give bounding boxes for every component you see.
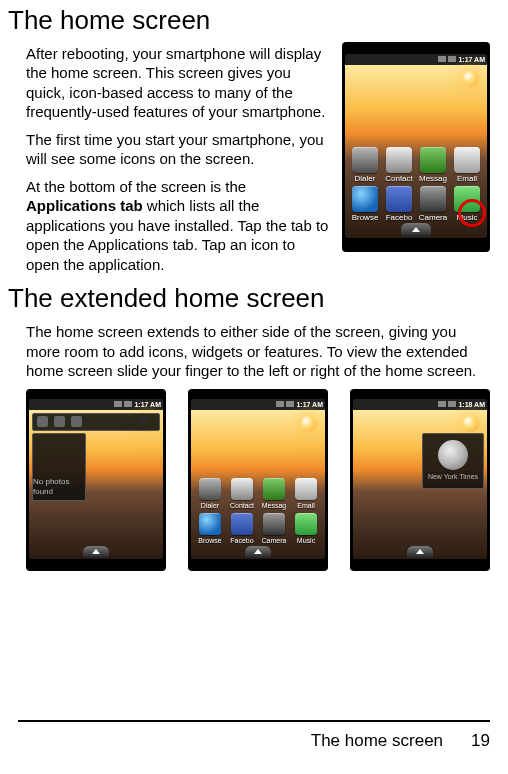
widget-button-icon [37,416,48,427]
footer-title: The home screen [311,730,443,752]
app-camera: Camera [258,513,290,545]
ext-phone-middle: 1:17 AM Dialer Contact Messag Email Brow… [188,389,328,571]
app-messaging: Messag [258,478,290,510]
status-time: 1:18 AM [458,400,485,409]
signal-icon [276,401,284,407]
extended-screens-row: 1:17 AM No photos found [26,389,490,571]
paragraph-extended: The home screen extends to either side o… [26,322,490,381]
news-widget: New York Times [422,433,484,489]
app-grid: Dialer Contact Messag Email Browse Faceb… [345,147,487,224]
app-facebook: Facebo [382,186,416,223]
news-widget-label: New York Times [428,472,478,481]
widget-button-icon [71,416,82,427]
heading-extended-home-screen: The extended home screen [8,282,490,316]
footer-page-number: 19 [471,730,490,752]
signal-icon [114,401,122,407]
status-bar: 1:17 AM [191,399,325,410]
status-bar: 1:17 AM [29,399,163,410]
media-control-widget [32,413,160,431]
battery-icon [448,401,456,407]
app-contacts: Contact [382,147,416,184]
status-time: 1:17 AM [296,400,323,409]
app-dialer: Dialer [348,147,382,184]
signal-icon [438,56,446,62]
footer-rule [18,720,490,722]
app-music: Music [290,513,322,545]
ext-phone-right: 1:18 AM New York Times [350,389,490,571]
hero-phone-mockup: 1:17 AM Dialer Contact Messag Email Brow… [342,42,490,252]
applications-tab-icon [407,546,433,558]
applications-tab-icon [83,546,109,558]
photo-widget: No photos found [32,433,86,501]
status-time: 1:17 AM [458,55,485,64]
app-grid: Dialer Contact Messag Email Browse Faceb… [191,478,325,544]
app-browser: Browse [194,513,226,545]
moon-icon [438,440,468,470]
status-bar: 1:17 AM [345,54,487,65]
battery-icon [448,56,456,62]
widget-button-icon [54,416,65,427]
page-footer: The home screen 19 [18,720,490,752]
battery-icon [124,401,132,407]
app-messaging: Messag [416,147,450,184]
app-email: Email [450,147,484,184]
app-browser: Browse [348,186,382,223]
applications-tab-icon [245,546,271,558]
app-dialer: Dialer [194,478,226,510]
applications-tab-icon [401,223,431,237]
heading-home-screen: The home screen [8,4,490,38]
status-bar: 1:18 AM [353,399,487,410]
applications-tab-term: Applications tab [26,197,143,214]
battery-icon [286,401,294,407]
p3-part-a: At the bottom of the screen is the [26,178,246,195]
status-time: 1:17 AM [134,400,161,409]
app-music: Music [450,186,484,223]
ext-phone-left: 1:17 AM No photos found [26,389,166,571]
app-email: Email [290,478,322,510]
app-contacts: Contact [226,478,258,510]
photo-widget-label: No photos found [33,477,85,498]
app-camera: Camera [416,186,450,223]
app-facebook: Facebo [226,513,258,545]
signal-icon [438,401,446,407]
